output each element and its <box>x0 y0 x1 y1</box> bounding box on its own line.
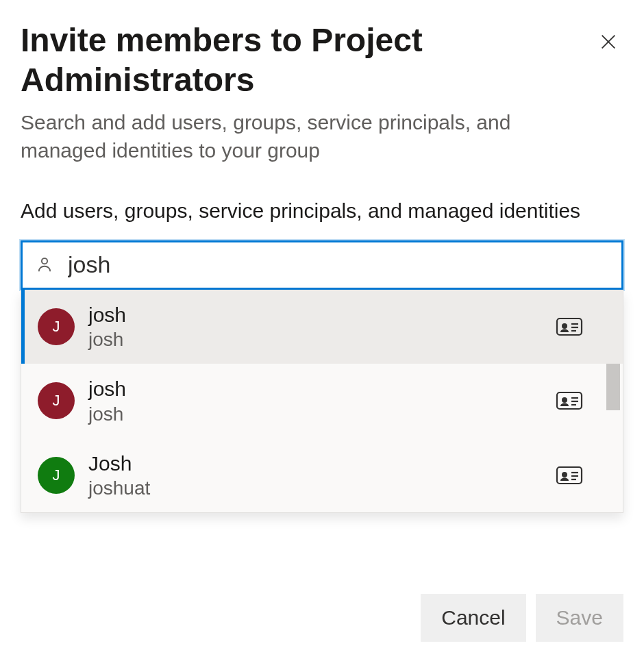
avatar: J <box>38 308 75 345</box>
close-icon <box>599 32 618 53</box>
search-field: JjoshjoshJjoshjoshJJoshjoshuat <box>21 240 623 290</box>
save-button: Save <box>536 594 623 642</box>
avatar: J <box>38 382 75 419</box>
result-subtitle: josh <box>88 327 542 351</box>
search-input[interactable] <box>68 251 609 278</box>
person-icon <box>35 255 54 275</box>
search-result[interactable]: Jjoshjosh <box>21 290 623 364</box>
close-button[interactable] <box>593 27 623 58</box>
contact-card-icon[interactable] <box>556 317 583 336</box>
results-list: JjoshjoshJjoshjoshJJoshjoshuat <box>21 290 623 513</box>
result-text: joshjosh <box>88 302 542 352</box>
result-text: joshjosh <box>88 376 542 426</box>
svg-point-4 <box>562 323 567 329</box>
cancel-button[interactable]: Cancel <box>421 594 525 642</box>
result-text: Joshjoshuat <box>88 451 542 501</box>
search-box[interactable] <box>21 240 623 290</box>
avatar: J <box>38 457 75 494</box>
panel-footer: Cancel Save <box>421 594 623 642</box>
panel-header: Invite members to Project Administrators <box>21 21 623 99</box>
panel-subtitle: Search and add users, groups, service pr… <box>21 109 582 164</box>
svg-point-9 <box>562 397 567 403</box>
search-result[interactable]: Jjoshjosh <box>21 364 623 438</box>
result-subtitle: josh <box>88 402 542 426</box>
search-results-dropdown: JjoshjoshJjoshjoshJJoshjoshuat <box>21 290 623 514</box>
result-name: josh <box>88 302 542 328</box>
search-field-label: Add users, groups, service principals, a… <box>21 197 623 225</box>
svg-point-14 <box>562 472 567 477</box>
result-name: Josh <box>88 451 542 477</box>
panel-title: Invite members to Project Administrators <box>21 21 514 99</box>
contact-card-icon[interactable] <box>556 466 583 485</box>
search-result[interactable]: JJoshjoshuat <box>21 438 623 513</box>
contact-card-icon[interactable] <box>556 391 583 410</box>
svg-point-2 <box>42 258 47 264</box>
invite-members-panel: Invite members to Project Administrators… <box>0 0 644 290</box>
result-subtitle: joshuat <box>88 476 542 500</box>
result-name: josh <box>88 376 542 402</box>
